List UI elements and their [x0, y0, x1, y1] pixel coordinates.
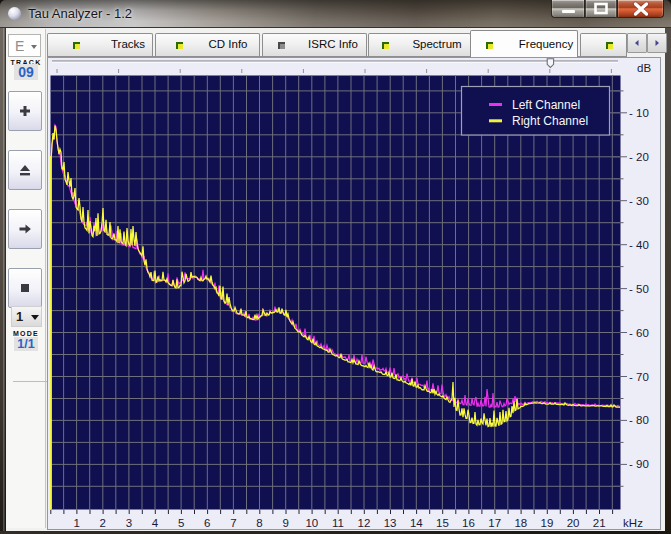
svg-text:- 10: - 10	[629, 107, 649, 119]
svg-text:3: 3	[126, 517, 132, 529]
svg-text:9: 9	[282, 517, 288, 529]
svg-text:6: 6	[204, 517, 210, 529]
svg-text:10: 10	[305, 517, 318, 529]
svg-text:- 20: - 20	[629, 151, 649, 163]
svg-text:- 70: - 70	[629, 371, 649, 383]
svg-text:Right Channel: Right Channel	[512, 114, 588, 128]
svg-text:16: 16	[462, 517, 475, 529]
svg-text:4: 4	[152, 517, 159, 529]
svg-text:- 40: - 40	[629, 239, 649, 251]
svg-text:- 80: - 80	[629, 414, 649, 426]
svg-text:- 50: - 50	[629, 283, 649, 295]
svg-text:2: 2	[99, 517, 105, 529]
svg-text:12: 12	[358, 517, 371, 529]
svg-text:17: 17	[488, 517, 501, 529]
svg-text:20: 20	[567, 517, 580, 529]
svg-text:18: 18	[514, 517, 527, 529]
svg-text:7: 7	[230, 517, 236, 529]
svg-text:kHz: kHz	[623, 517, 643, 529]
svg-text:dB: dB	[637, 62, 651, 74]
svg-text:- 90: - 90	[629, 458, 649, 470]
svg-text:5: 5	[178, 517, 184, 529]
svg-text:15: 15	[436, 517, 449, 529]
svg-text:1: 1	[73, 517, 79, 529]
svg-text:21: 21	[593, 517, 606, 529]
svg-text:14: 14	[410, 517, 423, 529]
svg-text:19: 19	[541, 517, 554, 529]
svg-text:- 60: - 60	[629, 327, 649, 339]
svg-text:8: 8	[256, 517, 262, 529]
svg-text:Left Channel: Left Channel	[512, 98, 580, 112]
svg-text:13: 13	[384, 517, 397, 529]
svg-text:11: 11	[332, 517, 344, 529]
svg-text:- 30: - 30	[629, 195, 649, 207]
